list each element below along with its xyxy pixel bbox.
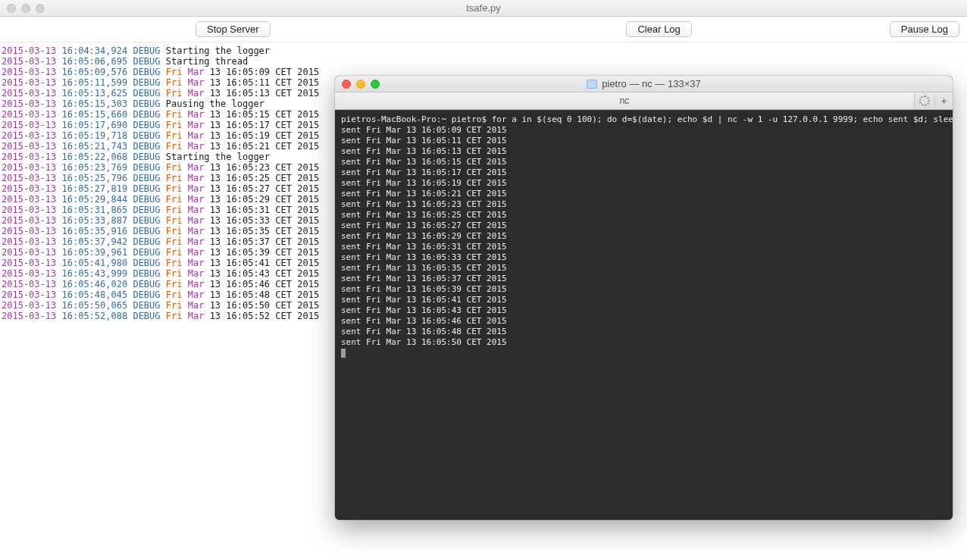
terminal-output[interactable]: pietros-MacBook-Pro:~ pietro$ for a in $… — [335, 110, 953, 520]
app-toolbar: Stop Server Clear Log Pause Log — [0, 17, 967, 42]
minimize-icon[interactable] — [356, 80, 365, 89]
terminal-title: pietro — nc — 133×37 — [602, 78, 700, 89]
minimize-icon[interactable] — [21, 4, 30, 13]
app-traffic-lights — [0, 4, 45, 13]
terminal-titlebar[interactable]: pietro — nc — 133×37 — [335, 76, 953, 92]
app-titlebar: tsafe.py — [0, 0, 967, 17]
close-icon[interactable] — [7, 4, 16, 13]
clear-log-button[interactable]: Clear Log — [626, 21, 691, 37]
zoom-icon[interactable] — [36, 4, 45, 13]
new-tab-button[interactable]: + — [934, 95, 953, 107]
folder-icon — [587, 80, 597, 89]
app-title: tsafe.py — [0, 2, 967, 14]
terminal-tab[interactable]: nc — [335, 92, 915, 109]
plus-icon: + — [940, 95, 947, 107]
terminal-tabbar: nc + — [335, 92, 953, 110]
log-line: 2015-03-13 16:05:06,695 DEBUG Starting t… — [2, 56, 965, 67]
terminal-tab-label: nc — [620, 95, 630, 106]
zoom-icon[interactable] — [371, 80, 380, 89]
terminal-window[interactable]: pietro — nc — 133×37 nc + pietros-MacBoo… — [335, 76, 953, 520]
log-line: 2015-03-13 16:04:34,924 DEBUG Starting t… — [2, 45, 965, 56]
terminal-cursor — [341, 349, 346, 358]
terminal-traffic-lights — [335, 80, 380, 89]
pause-log-button[interactable]: Pause Log — [890, 21, 959, 37]
close-icon[interactable] — [342, 80, 351, 89]
spinner-icon — [919, 95, 930, 106]
stop-server-button[interactable]: Stop Server — [196, 21, 271, 37]
